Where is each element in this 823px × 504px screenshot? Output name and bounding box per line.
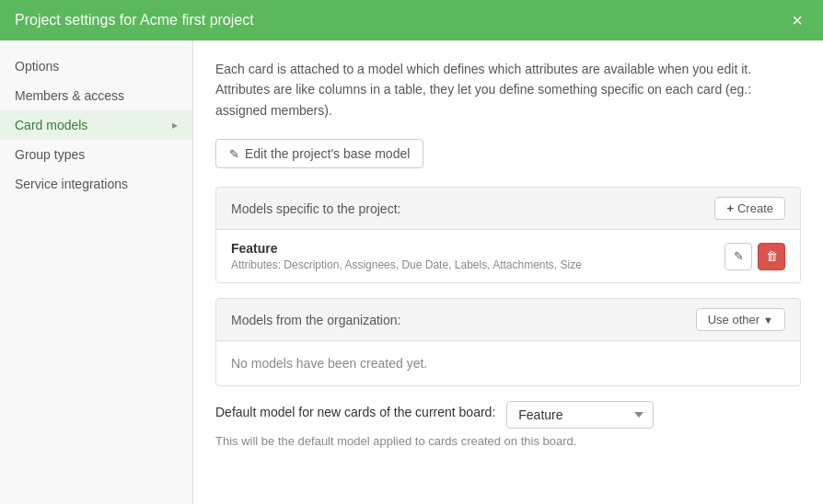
model-attributes: Attributes: Description, Assignees, Due … xyxy=(231,258,724,271)
project-models-label: Models specific to the project: xyxy=(231,201,400,216)
sidebar-item-service-integrations[interactable]: Service integrations xyxy=(0,169,192,199)
default-model-select[interactable]: Feature xyxy=(506,401,654,429)
default-model-label: Default model for new cards of the curre… xyxy=(215,405,495,419)
sidebar-item-group-types-label: Group types xyxy=(15,147,85,162)
default-model-hint: This will be the default model applied t… xyxy=(215,434,801,448)
sidebar-item-card-models[interactable]: Card models ▸ xyxy=(0,110,192,140)
model-actions: ✎ 🗑 xyxy=(724,243,785,270)
sidebar-item-members-access[interactable]: Members & access xyxy=(0,81,192,110)
delete-model-button[interactable]: 🗑 xyxy=(758,243,785,270)
sidebar-item-options-label: Options xyxy=(15,59,59,74)
use-other-button[interactable]: Use other ▼ xyxy=(696,308,785,331)
project-models-header: Models specific to the project: + Create xyxy=(216,188,800,230)
org-models-header: Models from the organization: Use other … xyxy=(216,299,800,341)
plus-icon: + xyxy=(726,201,734,215)
modal-body: Options Members & access Card models ▸ G… xyxy=(0,40,823,504)
edit-base-model-label: Edit the project's base model xyxy=(245,146,410,161)
main-content: Each card is attached to a model which d… xyxy=(193,40,823,504)
project-models-section: Models specific to the project: + Create… xyxy=(215,187,801,283)
sidebar-item-service-label: Service integrations xyxy=(15,177,128,191)
create-button-label: Create xyxy=(737,201,773,215)
use-other-label: Use other xyxy=(708,313,759,326)
edit-icon: ✎ xyxy=(734,249,744,263)
model-info: Feature Attributes: Description, Assigne… xyxy=(231,241,724,271)
default-model-section: Default model for new cards of the curre… xyxy=(215,401,801,448)
modal-header: Project settings for Acme first project … xyxy=(0,0,823,40)
pencil-icon: ✎ xyxy=(229,147,239,161)
org-models-section: Models from the organization: Use other … xyxy=(215,298,801,386)
sidebar-item-card-models-label: Card models xyxy=(15,118,87,132)
description-text: Each card is attached to a model which d… xyxy=(215,59,801,120)
model-row: Feature Attributes: Description, Assigne… xyxy=(216,230,800,282)
model-name: Feature xyxy=(231,241,724,256)
org-models-label: Models from the organization: xyxy=(231,313,400,327)
project-settings-modal: Project settings for Acme first project … xyxy=(0,0,823,504)
edit-model-button[interactable]: ✎ xyxy=(724,243,752,270)
chevron-right-icon: ▸ xyxy=(172,119,178,132)
default-model-row: Default model for new cards of the curre… xyxy=(215,401,801,429)
create-model-button[interactable]: + Create xyxy=(714,197,785,220)
trash-icon: 🗑 xyxy=(766,249,778,263)
sidebar-item-members-label: Members & access xyxy=(15,88,124,103)
sidebar-item-options[interactable]: Options xyxy=(0,52,192,81)
modal-title: Project settings for Acme first project xyxy=(15,12,254,29)
no-models-text: No models have been created yet. xyxy=(216,341,800,385)
modal-close-button[interactable]: × xyxy=(786,9,808,31)
edit-base-model-button[interactable]: ✎ Edit the project's base model xyxy=(215,139,423,168)
sidebar-item-group-types[interactable]: Group types xyxy=(0,140,192,169)
caret-down-icon: ▼ xyxy=(763,315,773,326)
sidebar: Options Members & access Card models ▸ G… xyxy=(0,40,193,504)
